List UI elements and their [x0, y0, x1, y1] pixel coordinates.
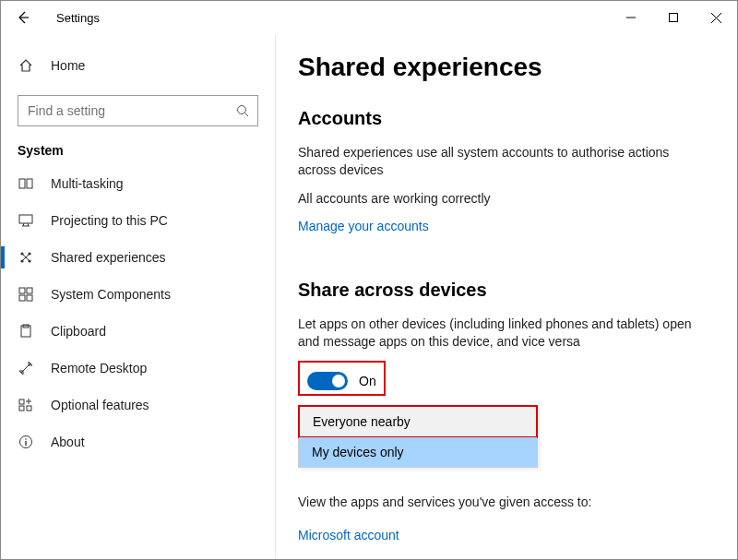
toggle-highlight: On: [298, 361, 386, 396]
titlebar: Settings: [1, 1, 737, 34]
share-desc: Let apps on other devices (including lin…: [298, 316, 706, 351]
sidebar-group-label: System: [1, 143, 275, 158]
nav-item-label: System Components: [51, 287, 171, 302]
microsoft-account-link[interactable]: Microsoft account: [298, 528, 399, 542]
nav-about[interactable]: About: [1, 423, 275, 460]
svg-rect-21: [27, 406, 31, 411]
svg-rect-8: [19, 215, 32, 223]
accounts-heading: Accounts: [298, 108, 706, 129]
share-heading: Share across devices: [298, 280, 706, 301]
svg-rect-20: [19, 406, 24, 411]
about-icon: [18, 435, 34, 449]
arrow-left-icon: [16, 10, 30, 25]
nav-projecting[interactable]: Projecting to this PC: [1, 202, 275, 239]
toggle-knob: [332, 375, 345, 387]
accounts-status: All accounts are working correctly: [298, 190, 706, 208]
main-panel: Shared experiences Accounts Shared exper…: [276, 34, 737, 560]
nav-item-label: Remote Desktop: [51, 361, 147, 375]
svg-point-23: [25, 438, 27, 440]
nav-remote-desktop[interactable]: Remote Desktop: [1, 350, 275, 387]
nav-optional-features[interactable]: Optional features: [1, 387, 275, 423]
nav-item-label: Clipboard: [51, 324, 106, 339]
svg-rect-1: [670, 14, 678, 22]
search-input[interactable]: [18, 95, 258, 126]
home-icon: [18, 58, 34, 73]
svg-rect-7: [27, 179, 32, 188]
optional-features-icon: [18, 398, 34, 412]
nav-clipboard[interactable]: Clipboard: [1, 313, 275, 350]
close-icon: [711, 13, 721, 23]
sidebar: Home System Multi-tasking Projecting to …: [1, 34, 276, 560]
share-toggle[interactable]: [307, 372, 348, 390]
dropdown-option-everyone[interactable]: Everyone nearby: [298, 405, 538, 438]
minimize-button[interactable]: [610, 1, 652, 34]
nav-item-label: Optional features: [51, 398, 149, 412]
section-share: Share across devices Let apps on other d…: [298, 280, 706, 560]
nav-shared-experiences[interactable]: Shared experiences: [1, 239, 275, 276]
svg-rect-16: [27, 295, 32, 301]
projecting-icon: [18, 213, 34, 228]
maximize-icon: [669, 13, 678, 22]
nav-item-label: Projecting to this PC: [51, 213, 168, 228]
nav-system-components[interactable]: System Components: [1, 276, 275, 313]
nav-multitasking[interactable]: Multi-tasking: [1, 165, 275, 202]
svg-rect-14: [27, 288, 32, 293]
close-button[interactable]: [695, 1, 737, 34]
nav-item-label: Shared experiences: [51, 250, 166, 265]
share-toggle-label: On: [359, 374, 376, 388]
accounts-desc: Shared experiences use all system accoun…: [298, 144, 706, 179]
page-heading: Shared experiences: [298, 53, 706, 82]
back-button[interactable]: [16, 10, 38, 25]
section-accounts: Accounts Shared experiences use all syst…: [298, 108, 706, 244]
clipboard-icon: [18, 324, 34, 339]
minimize-icon: [626, 13, 636, 22]
svg-rect-13: [19, 288, 25, 293]
dropdown-option-mydevices[interactable]: My devices only: [299, 437, 537, 467]
access-text: View the apps and services you've given …: [298, 494, 706, 511]
multitasking-icon: [18, 176, 34, 191]
nav-item-label: About: [51, 435, 85, 449]
nav-home[interactable]: Home: [1, 47, 275, 84]
nav-home-label: Home: [51, 58, 85, 73]
search-wrap: [18, 95, 258, 126]
maximize-button[interactable]: [652, 1, 695, 34]
svg-rect-15: [19, 295, 25, 301]
share-scope-dropdown[interactable]: Everyone nearby My devices only: [298, 405, 538, 468]
manage-accounts-link[interactable]: Manage your accounts: [298, 219, 429, 233]
svg-rect-19: [19, 399, 24, 404]
window-title: Settings: [56, 11, 100, 25]
shared-icon: [18, 250, 34, 265]
remote-desktop-icon: [18, 361, 34, 375]
components-icon: [18, 287, 34, 302]
svg-rect-6: [19, 179, 25, 188]
nav-item-label: Multi-tasking: [51, 176, 124, 191]
